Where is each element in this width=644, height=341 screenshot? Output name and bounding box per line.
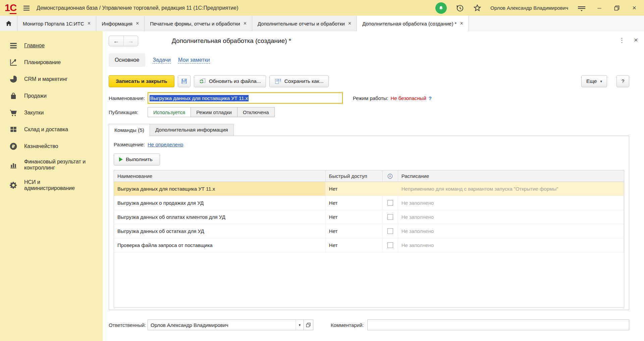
pie-chart-icon — [9, 75, 18, 84]
form-content: ⋮ × ← → Дополнительная обработка (создан… — [103, 31, 644, 341]
col-header-schedule-icon[interactable] — [383, 170, 398, 182]
tab-komandy[interactable]: Команды (5) — [109, 124, 150, 136]
chevron-down-icon: ▾ — [600, 79, 602, 84]
tab-dop-obrabotka-active[interactable]: Дополнительная обработка (создание) * × — [357, 16, 469, 31]
back-arrow-icon[interactable]: ← — [109, 36, 124, 46]
tab-moi-zametki[interactable]: Мои заметки — [178, 57, 210, 63]
shopping-bag-icon — [9, 92, 18, 100]
ruble-coin-icon: ₽ — [9, 142, 18, 151]
publication-option-rezhim-otladki[interactable]: Режим отладки — [191, 107, 237, 117]
mode-value: Не безопасный — [391, 95, 426, 101]
footer-fields: Ответственный: Орлов Александр Владимиро… — [109, 320, 629, 330]
history-nav-buttons: ← → — [109, 36, 138, 46]
more-button[interactable]: Еще ▾ — [581, 75, 607, 87]
tab-monitor-portala[interactable]: Монитор Портала 1С:ИТС × — [17, 16, 96, 31]
save-and-close-button[interactable]: Записать и закрыть — [109, 75, 174, 87]
schedule-checkbox[interactable] — [387, 242, 393, 248]
table-header-row: Наименование Быстрый доступ Расписание — [114, 170, 624, 182]
restore-button[interactable] — [612, 5, 621, 11]
close-window-button[interactable]: × — [630, 4, 639, 12]
sidebar-item-planirovanie[interactable]: Планирование — [0, 54, 103, 71]
tab-dop-otchety[interactable]: Дополнительные отчеты и обработки × — [252, 16, 357, 31]
help-button[interactable]: ? — [616, 75, 629, 87]
bar-chart-icon — [9, 160, 18, 169]
commands-table: Наименование Быстрый доступ Расписание В… — [114, 170, 624, 308]
section-tabs: Команды (5) Дополнительная информация — [109, 124, 629, 136]
name-input[interactable]: Выгрузка данных для поставщика УТ 11.x — [148, 92, 343, 104]
sections-sidebar: Главное Планирование CRM и маркетинг Про… — [0, 31, 103, 341]
tab-informaciya[interactable]: Информация × — [96, 16, 145, 31]
publication-switch: Используется Режим отладки Отключена — [148, 107, 275, 117]
refresh-file-icon — [199, 78, 206, 85]
notifications-bell-icon[interactable] — [435, 2, 447, 14]
sidebar-item-sklad[interactable]: Склад и доставка — [0, 121, 103, 138]
sidebar-item-kaznacheystvo[interactable]: ₽ Казначейство — [0, 138, 103, 155]
current-user-name[interactable]: Орлов Александр Владимирович — [490, 5, 568, 11]
schedule-checkbox[interactable] — [387, 214, 393, 220]
floppy-icon — [181, 78, 187, 85]
col-header-name[interactable]: Наименование — [114, 170, 326, 182]
command-bar: Записать и закрыть Обновить из файла... … — [109, 75, 629, 88]
home-tab[interactable] — [0, 16, 17, 31]
form-nav-tabs: Основное Задачи Мои заметки — [109, 53, 629, 67]
sidebar-item-finrezultat[interactable]: Финансовый результат и контроллинг — [0, 155, 103, 175]
tab-zadachi[interactable]: Задачи — [153, 57, 171, 63]
tab-close-icon[interactable]: × — [136, 20, 139, 27]
tab-pechatnye-formy[interactable]: Печатные формы, отчеты и обработки × — [145, 16, 252, 31]
mode-help-icon[interactable]: ? — [429, 95, 432, 101]
comment-label: Комментарий: — [331, 322, 364, 328]
form-more-actions-icon[interactable]: ⋮ — [619, 37, 625, 44]
table-row[interactable]: Выгрузка данных о продажах для УД Нет Не… — [114, 196, 624, 210]
menu-lines-icon — [9, 41, 18, 50]
tab-close-icon[interactable]: × — [88, 20, 91, 27]
table-row[interactable]: Проверка файла запроса от поставщика Нет… — [114, 238, 624, 252]
sidebar-item-zakupki[interactable]: Закупки — [0, 104, 103, 121]
comment-input[interactable] — [367, 320, 629, 330]
sidebar-item-nsi-administrirovanie[interactable]: НСИ и администрирование — [0, 175, 103, 196]
responsible-label: Ответственный: — [109, 322, 148, 328]
sidebar-item-crm[interactable]: CRM и маркетинг — [0, 71, 103, 88]
schedule-checkbox[interactable] — [387, 228, 393, 234]
clock-icon — [387, 173, 393, 179]
window-titlebar: 1С Демонстрационная база / Управление то… — [0, 0, 644, 16]
name-field-label: Наименование: — [109, 95, 148, 101]
schedule-checkbox[interactable] — [387, 200, 393, 206]
history-icon[interactable] — [455, 4, 464, 12]
run-button[interactable]: Выполнить — [114, 153, 160, 165]
tab-close-icon[interactable]: × — [244, 20, 247, 27]
service-menu-icon[interactable] — [577, 4, 586, 12]
save-button[interactable] — [178, 75, 191, 87]
tab-osnovnoe[interactable]: Основное — [109, 53, 145, 67]
table-row[interactable]: Выгрузка данных об остатках для УД Нет Н… — [114, 224, 624, 238]
tab-close-icon[interactable]: × — [460, 20, 463, 27]
col-header-quick-access[interactable]: Быстрый доступ — [326, 170, 383, 182]
update-from-file-button[interactable]: Обновить из файла... — [194, 75, 266, 87]
col-header-schedule[interactable]: Расписание — [398, 170, 624, 182]
commands-panel: Размещение: Не определено Выполнить Наим… — [109, 136, 629, 310]
mode-label: Режим работы: — [353, 95, 388, 101]
placement-link[interactable]: Не определено — [148, 142, 183, 147]
forward-arrow-icon[interactable]: → — [124, 36, 138, 46]
publication-label: Публикация: — [109, 109, 148, 115]
publication-option-ispolzuetsya[interactable]: Используется — [148, 107, 191, 117]
save-as-button[interactable]: Сохранить как... — [269, 75, 329, 87]
sidebar-item-prodazhi[interactable]: Продажи — [0, 88, 103, 104]
open-choice-button[interactable] — [304, 320, 313, 330]
minimize-button[interactable]: – — [595, 4, 604, 12]
form-close-icon[interactable]: × — [634, 36, 638, 44]
warehouse-grid-icon — [9, 125, 18, 134]
favorites-star-icon[interactable] — [473, 4, 482, 12]
sidebar-item-glavnoe[interactable]: Главное — [0, 37, 103, 54]
combo-dropdown-icon[interactable]: ▾ — [296, 320, 304, 330]
tab-close-icon[interactable]: × — [348, 20, 351, 27]
publication-option-otklyuchena[interactable]: Отключена — [237, 107, 275, 117]
svg-text:₽: ₽ — [12, 144, 15, 149]
table-row[interactable]: Выгрузка данных об оплатах клиентов для … — [114, 210, 624, 224]
table-row[interactable]: Выгрузка данных для поставщика УТ 11.x Н… — [114, 182, 624, 196]
placement-label: Размещение: — [114, 142, 145, 147]
hamburger-menu-icon[interactable] — [22, 4, 31, 12]
responsible-combo[interactable]: Орлов Александр Владимирович ▾ — [148, 320, 304, 330]
name-input-selected-text: Выгрузка данных для поставщика УТ 11.x — [150, 95, 249, 101]
gear-icon — [9, 181, 18, 190]
tab-dop-informaciya[interactable]: Дополнительная информация — [150, 124, 234, 136]
